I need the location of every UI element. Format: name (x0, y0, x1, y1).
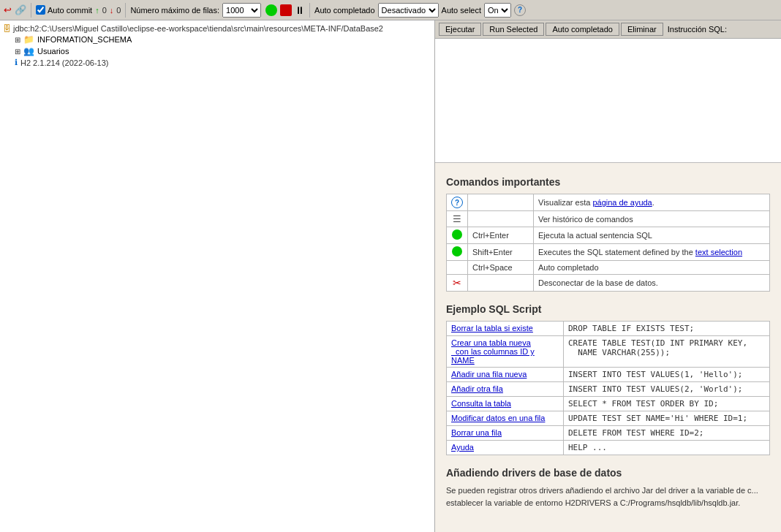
pending-down-icon: ↓ (110, 6, 114, 15)
script-left-2[interactable]: Añadir una fila nueva (447, 368, 564, 382)
sql-editor-area[interactable] (435, 39, 781, 163)
cmd-icon-1: ☰ (447, 211, 468, 227)
table-row: Borrar una fila DELETE FROM TEST WHERE I… (447, 426, 770, 441)
auto-select-label: Auto select (442, 6, 481, 15)
script-right-7: HELP ... (564, 441, 770, 455)
sql-textarea[interactable] (435, 39, 781, 162)
toolbar-help-icon[interactable]: ? (514, 4, 526, 16)
auto-commit-label: Auto commit (36, 5, 92, 15)
script-left-6[interactable]: Borrar una fila (447, 426, 564, 441)
expand-icon-usuarios: ⊞ (15, 48, 20, 56)
auto-select-select[interactable]: On Off (484, 3, 511, 18)
cmd-desc-3: Executes the SQL statement defined by th… (534, 244, 770, 261)
script-left-7[interactable]: Ayuda (447, 441, 564, 455)
script-right-3: INSERT INTO TEST VALUES(2, 'World'); (564, 382, 770, 397)
script-left-3[interactable]: Añadir otra fila (447, 382, 564, 397)
max-rows-label: Número máximo de filas: (130, 6, 219, 15)
table-row: Crear una tabla nueva con las columnas I… (447, 336, 770, 368)
separator-3 (309, 3, 310, 18)
table-row: ☰ Ver histórico de comandos (447, 211, 770, 227)
main-toolbar: ↩ 🔗 Auto commit ↑ 0 ↓ 0 Número máximo de… (0, 0, 781, 20)
commands-table: ? Visualizar esta página de ayuda. ☰ Ver… (446, 194, 770, 292)
cmd-desc-4: Auto completado (534, 261, 770, 275)
cmd-desc-1: Ver histórico de comandos (534, 211, 770, 227)
usuarios-item[interactable]: ⊞ 👥 Usuarios (3, 45, 431, 57)
folder-icon-info: 📁 (23, 34, 34, 45)
script-left-1[interactable]: Crear una tabla nueva con las columnas I… (447, 336, 564, 368)
cmd-shortcut-2: Ctrl+Enter (468, 227, 534, 244)
script-right-6: DELETE FROM TEST WHERE ID=2; (564, 426, 770, 441)
script-right-0: DROP TABLE IF EXISTS TEST; (564, 322, 770, 336)
table-row: Modificar datos en una fila UPDATE TEST … (447, 411, 770, 426)
eliminar-button[interactable]: Eliminar (621, 23, 663, 36)
cmd-desc-0: Visualizar esta página de ayuda. (534, 194, 770, 211)
pause-icon[interactable]: ⏸ (295, 4, 305, 16)
auto-complete-select[interactable]: Desactivado Activado (378, 3, 439, 18)
users-icon: 👥 (23, 46, 34, 56)
forward-icon[interactable]: 🔗 (15, 4, 26, 15)
comandos-title: Comandos importantes (446, 176, 770, 188)
script-left-4[interactable]: Consulta la tabla (447, 397, 564, 411)
ejemplo-title: Ejemplo SQL Script (446, 303, 770, 315)
script-table: Borrar la tabla si existe DROP TABLE IF … (446, 321, 770, 455)
main-area: 🗄 jdbc:h2:C:\Users\Miguel Castillo\eclip… (0, 20, 781, 532)
auto-commit-checkbox[interactable] (36, 5, 45, 15)
separator-2 (125, 3, 126, 18)
h2-version-label: H2 2.1.214 (2022-06-13) (20, 58, 108, 67)
cmd-shortcut-4: Ctrl+Space (468, 261, 534, 275)
table-row: Ctrl+Space Auto completado (447, 261, 770, 275)
auto-completado-button[interactable]: Auto completado (546, 23, 619, 36)
table-row: Ayuda HELP ... (447, 441, 770, 455)
cmd-shortcut-1 (468, 211, 534, 227)
auto-commit-text: Auto commit (48, 6, 92, 15)
cmd-icon-0: ? (447, 194, 468, 211)
script-left-5[interactable]: Modificar datos en una fila (447, 411, 564, 426)
table-row: Consulta la tabla SELECT * FROM TEST ORD… (447, 397, 770, 411)
run-icon[interactable] (265, 4, 277, 16)
cmd-icon-5: ✂ (447, 275, 468, 292)
stop-icon[interactable] (280, 4, 292, 16)
h2-info-icon: ℹ (15, 58, 18, 67)
db-connection-icon: 🗄 (3, 24, 11, 33)
db-connection-path: jdbc:h2:C:\Users\Miguel Castillo\eclipse… (13, 24, 383, 33)
help-content: Comandos importantes ? Visualizar esta p… (435, 163, 781, 516)
cmd-shortcut-0 (468, 194, 534, 211)
drivers-title: Añadiendo drivers de base de datos (446, 467, 770, 479)
pending-up-icon: ↑ (95, 6, 99, 15)
table-row: Shift+Enter Executes the SQL statement d… (447, 244, 770, 261)
cmd-icon-4 (447, 261, 468, 275)
back-icon[interactable]: ↩ (4, 4, 12, 15)
pending-count-1: 0 (102, 6, 107, 15)
table-row: ? Visualizar esta página de ayuda. (447, 194, 770, 211)
information-schema-label: INFORMATION_SCHEMA (37, 35, 132, 44)
pending-count-2: 0 (116, 6, 121, 15)
cmd-desc-5: Desconectar de la base de datos. (534, 275, 770, 292)
cmd-icon-3 (447, 244, 468, 261)
table-row: Añadir otra fila INSERT INTO TEST VALUES… (447, 382, 770, 397)
table-row: Borrar la tabla si existe DROP TABLE IF … (447, 322, 770, 336)
sql-toolbar: Ejecutar Run Selected Auto completado El… (435, 20, 781, 39)
script-left-0[interactable]: Borrar la tabla si existe (447, 322, 564, 336)
script-right-4: SELECT * FROM TEST ORDER BY ID; (564, 397, 770, 411)
db-connection-item[interactable]: 🗄 jdbc:h2:C:\Users\Miguel Castillo\eclip… (3, 23, 431, 34)
auto-complete-label: Auto completado (314, 6, 375, 15)
cmd-shortcut-5 (468, 275, 534, 292)
left-panel: 🗄 jdbc:h2:C:\Users\Miguel Castillo\eclip… (0, 20, 435, 532)
usuarios-label: Usuarios (37, 47, 69, 56)
cmd-desc-2: Ejecuta la actual sentencia SQL (534, 227, 770, 244)
instruccion-label: Instrucción SQL: (668, 25, 727, 34)
ejecutar-button[interactable]: Ejecutar (439, 23, 481, 36)
run-selected-button[interactable]: Run Selected (483, 23, 544, 36)
information-schema-item[interactable]: ⊞ 📁 INFORMATION_SCHEMA (3, 34, 431, 45)
table-row: ✂ Desconectar de la base de datos. (447, 275, 770, 292)
expand-icon-info: ⊞ (15, 36, 20, 44)
script-right-2: INSERT INTO TEST VALUES(1, 'Hello'); (564, 368, 770, 382)
table-row: Ctrl+Enter Ejecuta la actual sentencia S… (447, 227, 770, 244)
max-rows-select[interactable]: 1000 100 500 10000 (222, 3, 261, 18)
table-row: Añadir una fila nueva INSERT INTO TEST V… (447, 368, 770, 382)
drivers-text: Se pueden registrar otros drivers añadie… (446, 484, 770, 509)
cmd-shortcut-3: Shift+Enter (468, 244, 534, 261)
separator-1 (31, 3, 31, 18)
h2-version-item: ℹ H2 2.1.214 (2022-06-13) (3, 57, 431, 68)
cmd-icon-2 (447, 227, 468, 244)
